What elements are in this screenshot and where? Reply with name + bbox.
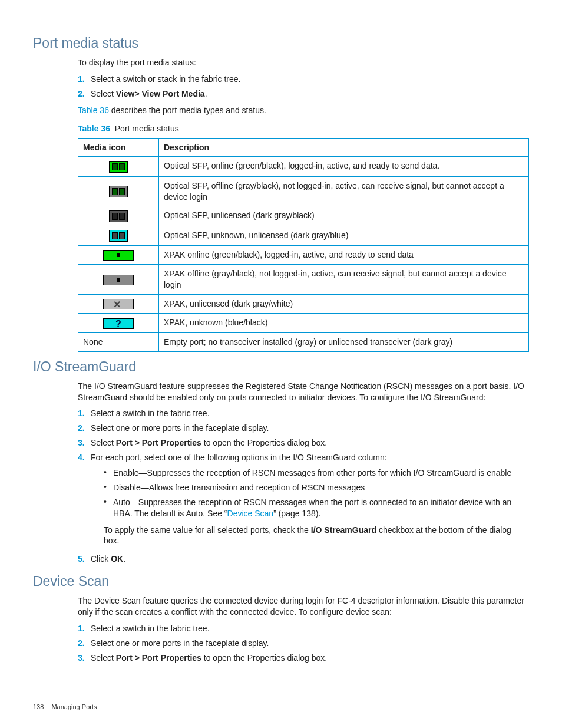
step-text: Select [91, 438, 116, 447]
xpak-offline-icon [103, 275, 134, 285]
step-text: Select one or more ports in the faceplat… [91, 638, 269, 648]
cell-description: Optical SFP, online (green/black), logge… [159, 157, 529, 176]
step-number: 1. [78, 408, 85, 419]
xpak-online-icon [103, 250, 134, 261]
col-media-icon: Media icon [78, 138, 159, 157]
option-text: ” (page 138). [273, 509, 320, 518]
ui-label: OK [111, 554, 123, 564]
list-item: Disable—Allows free transmission and rec… [104, 480, 529, 495]
heading-device-scan: Device Scan [33, 572, 529, 591]
col-description: Description [159, 138, 529, 157]
table-caption: Table 36 Port media status [78, 123, 529, 134]
cell-description: Optical SFP, unlicensed (dark gray/black… [159, 206, 529, 226]
list-item: Enable—Suppresses the reception of RSCN … [104, 466, 529, 480]
cell-description: XPAK, unknown (blue/black) [159, 314, 529, 332]
step-text: to open the Properties dialog box. [201, 653, 327, 663]
link-table-36[interactable]: Table 36 [78, 106, 109, 115]
heading-io-streamguard: I/O StreamGuard [33, 358, 529, 376]
table-row: Optical SFP, unknown, unlicensed (dark g… [78, 226, 529, 245]
cell-description: Empty port; no transceiver installed (gr… [159, 332, 529, 351]
text-table-ref: Table 36 describes the port media types … [78, 105, 529, 116]
table-row: Optical SFP, unlicensed (dark gray/black… [78, 206, 529, 226]
table-port-media: Media icon Description Optical SFP, onli… [78, 138, 529, 352]
menu-path: Port > Port Properties [116, 653, 201, 663]
cell-description: XPAK, unlicensed (dark gray/white) [159, 295, 529, 314]
list-item: 1. Select a switch in the fabric tree. [78, 621, 529, 636]
step-text: Select one or more ports in the faceplat… [91, 423, 269, 433]
list-item: 3. Select Port > Port Properties to open… [78, 651, 529, 666]
list-item: 3. Select Port > Port Properties to open… [78, 436, 529, 450]
step-number: 2. [78, 88, 85, 100]
xpak-unlicensed-icon: ✕ [103, 299, 134, 309]
step-number: 3. [78, 437, 85, 449]
cell-media-icon: ? [78, 314, 159, 332]
link-device-scan[interactable]: Device Scan [227, 509, 274, 518]
cell-description: Optical SFP, unknown, unlicensed (dark g… [159, 226, 529, 245]
step-text: . [123, 554, 125, 564]
step-text: to open the Properties dialog box. [201, 438, 327, 447]
table-row: XPAK online (green/black), logged-in, ac… [78, 246, 529, 265]
sfp-online-icon [109, 161, 128, 173]
text-apply-note: To apply the same value for all selected… [104, 525, 529, 547]
text: To apply the same value for all selected… [104, 525, 311, 535]
list-item: 4. For each port, select one of the foll… [78, 450, 529, 552]
cell-media-icon [78, 157, 159, 176]
table-row: XPAK offline (gray/black), not logged-in… [78, 265, 529, 295]
table-header-row: Media icon Description [78, 138, 529, 157]
ui-label: I/O StreamGuard [311, 525, 376, 535]
table-title: Port media status [115, 124, 179, 133]
option-text: Disable—Allows free transmission and rec… [113, 483, 365, 492]
list-streamguard-steps: 1. Select a switch in the fabric tree. 2… [78, 406, 529, 566]
sfp-unknown-icon [109, 230, 128, 242]
option-text: Enable—Suppresses the reception of RSCN … [113, 468, 511, 477]
step-text: For each port, select one of the followi… [91, 453, 387, 462]
step-number: 5. [78, 554, 85, 565]
sfp-offline-icon [109, 186, 128, 197]
text-device-scan-intro: The Device Scan feature queries the conn… [78, 595, 529, 618]
step-text: Select a switch or stack in the fabric t… [91, 74, 240, 84]
list-item: Auto—Suppresses the reception of RSCN me… [104, 495, 529, 521]
table-row: NoneEmpty port; no transceiver installed… [78, 332, 529, 351]
cell-description: XPAK offline (gray/black), not logged-in… [159, 265, 529, 295]
cell-media-icon [78, 226, 159, 245]
cell-media-icon [78, 176, 159, 206]
table-label: Table 36 [78, 124, 110, 133]
table-row: ?XPAK, unknown (blue/black) [78, 314, 529, 332]
step-text: Select [91, 653, 116, 663]
list-port-media-steps: 1. Select a switch or stack in the fabri… [78, 72, 529, 101]
menu-path: View> View Port Media [116, 89, 205, 98]
cell-media-icon [78, 246, 159, 265]
step-number: 4. [78, 452, 85, 463]
list-item: 1. Select a switch in the fabric tree. [78, 406, 529, 421]
cell-description: XPAK online (green/black), logged-in, ac… [159, 246, 529, 265]
table-row: Optical SFP, online (green/black), logge… [78, 157, 529, 176]
icon-none-text: None [83, 337, 103, 347]
list-item: 2. Select one or more ports in the facep… [78, 636, 529, 651]
cell-media-icon: ✕ [78, 295, 159, 314]
list-item: 2. Select View> View Port Media. [78, 87, 529, 101]
table-row: ✕XPAK, unlicensed (dark gray/white) [78, 295, 529, 314]
list-item: 1. Select a switch or stack in the fabri… [78, 72, 529, 87]
list-device-scan-steps: 1. Select a switch in the fabric tree. 2… [78, 621, 529, 666]
menu-path: Port > Port Properties [116, 438, 201, 447]
cell-media-icon: None [78, 332, 159, 351]
step-number: 1. [78, 623, 85, 634]
text-port-media-intro: To display the port media status: [78, 57, 529, 68]
step-text: Select a switch in the fabric tree. [91, 409, 210, 418]
step-text: Select a switch in the fabric tree. [91, 624, 210, 633]
cell-media-icon [78, 265, 159, 295]
table-row: Optical SFP, offline (gray/black), not l… [78, 176, 529, 206]
text: describes the port media types and statu… [109, 106, 266, 115]
xpak-unknown-icon: ? [103, 318, 134, 329]
heading-port-media-status: Port media status [33, 34, 529, 52]
step-text: Click [91, 554, 111, 564]
list-streamguard-options: Enable—Suppresses the reception of RSCN … [104, 466, 529, 521]
list-item: 5. Click OK. [78, 552, 529, 566]
cell-media-icon [78, 206, 159, 226]
step-number: 2. [78, 638, 85, 649]
text-streamguard-intro: The I/O StreamGuard feature suppresses t… [78, 381, 529, 403]
step-text: . [205, 89, 207, 98]
sfp-unlicensed-icon [109, 210, 128, 222]
step-text: Select [91, 89, 116, 98]
list-item: 2. Select one or more ports in the facep… [78, 421, 529, 436]
